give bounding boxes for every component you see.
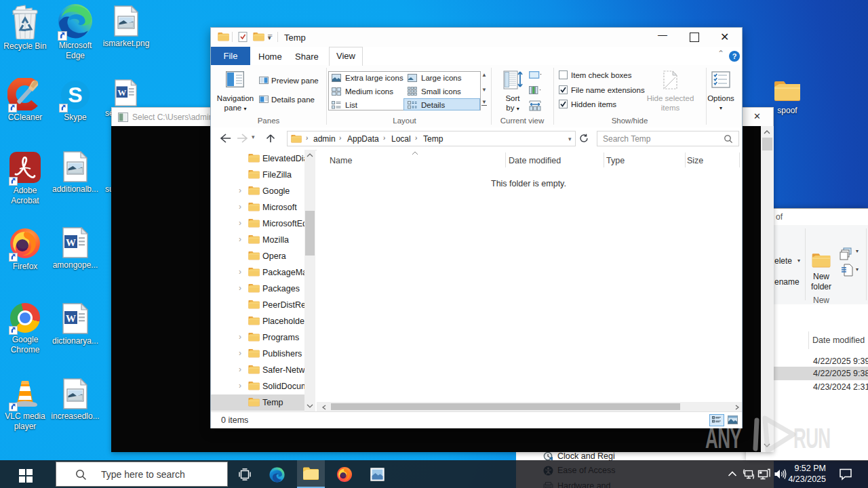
svg-text:S: S [68,83,82,107]
